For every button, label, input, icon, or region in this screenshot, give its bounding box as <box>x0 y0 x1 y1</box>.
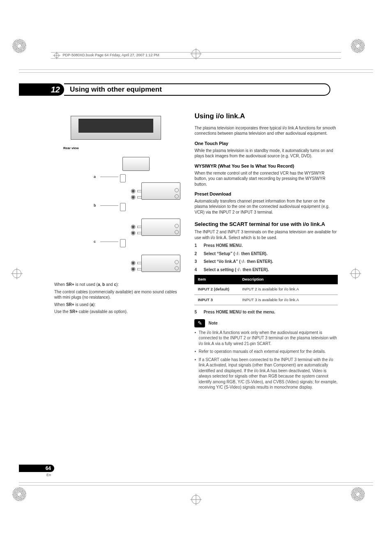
procedure-step: 3Select “i/o link.A” (↑/↓ then ENTER). <box>194 259 338 265</box>
figure-leader-c <box>100 242 118 242</box>
procedure-step: 2Select “Setup” (↑/↓ then ENTER). <box>194 251 338 257</box>
subsection-body: While the plasma television is in standb… <box>194 148 338 159</box>
figure-label-c: c <box>94 239 96 244</box>
procedure-steps: 1Press HOME MENU. 2Select “Setup” (↑/↓ t… <box>194 243 338 272</box>
chapter-title: Using with other equipment <box>70 85 162 94</box>
table-row: INPUT 2 (default) INPUT 2 is available f… <box>194 284 338 295</box>
table-head-desc: Description <box>239 275 338 284</box>
reg-mark-bottom-right <box>351 487 380 516</box>
subsection-select-scart: Selecting the SCART terminal for use wit… <box>194 221 338 228</box>
crop-rule <box>19 69 373 70</box>
figure-plasma-tv <box>71 116 161 140</box>
chapter-number-badge: 12 <box>19 83 64 96</box>
figure-label-a: a <box>94 174 96 179</box>
subsection-one-touch-play: One Touch Play <box>194 140 338 147</box>
chapter-number: 12 <box>51 85 60 94</box>
crop-rule <box>19 482 373 483</box>
chapter-header: 12 Using with other equipment <box>19 83 330 96</box>
connection-figure: Rear view a ◉▭▭➔ ◉▭▭➔ b ◉▭▭➔ ◉▭▭➔ c ◉▭▭➔… <box>62 112 184 276</box>
crop-rule <box>19 72 373 73</box>
section-intro: The plasma television incorporates three… <box>194 125 338 136</box>
note-item: The i/o link.A functions work only when … <box>194 330 338 347</box>
reg-mark-mid-left <box>12 269 41 298</box>
table-cell-item: INPUT 3 <box>194 295 239 305</box>
document-meta-line: PDP-5080XD.book Page 64 Friday, April 27… <box>51 52 341 59</box>
table-cell-desc: INPUT 2 is available for i/o link.A <box>239 284 338 295</box>
figure-leader-a <box>100 177 118 177</box>
note-label: Note <box>208 320 217 326</box>
note-block: ✎ Note The i/o link.A functions work onl… <box>194 319 338 390</box>
figure-jack-b <box>120 203 126 211</box>
figure-control-box <box>122 157 150 171</box>
page-number: 64 <box>46 465 51 471</box>
page-number-block: 64 En <box>19 465 54 477</box>
caption-line: When SR+ is used (a): <box>54 302 184 308</box>
table-row: INPUT 3 INPUT 3 is available for i/o lin… <box>194 295 338 305</box>
subsection-preset-download: Preset Download <box>194 191 338 197</box>
reg-mark-bottom-left <box>12 487 41 516</box>
table-cell-item: INPUT 2 (default) <box>194 284 239 295</box>
reg-mark-mid-right <box>351 269 380 298</box>
document-meta-text: PDP-5080XD.book Page 64 Friday, April 27… <box>63 53 159 57</box>
reg-mark-top-right <box>351 39 380 68</box>
procedure-step: 4Select a setting (↑/↓ then ENTER). <box>194 267 338 273</box>
section-title: Using i/o link.A <box>194 112 338 121</box>
subsection-wysiwyr: WYSIWYR (What You See Is What You Record… <box>194 163 338 169</box>
figure-jack-a <box>120 174 126 182</box>
caption-line: Use the SR+ cable (available as option). <box>54 309 184 315</box>
note-icon: ✎ <box>194 319 205 327</box>
figure-rear-view-label: Rear view <box>63 146 78 151</box>
subsection-body: When the remote control unit of the conn… <box>194 170 338 187</box>
subsection-body: Automatically transfers channel preset i… <box>194 198 338 215</box>
note-item: If a SCART cable has been connected to t… <box>194 357 338 390</box>
reg-mark-top-left <box>12 39 41 68</box>
figure-leader-b <box>100 205 118 206</box>
reg-mark-mid-bottom <box>191 495 201 506</box>
chapter-title-wrap: Using with other equipment <box>64 83 330 96</box>
figure-label-b: b <box>94 203 96 208</box>
settings-table: Item Description INPUT 2 (default) INPUT… <box>194 275 338 305</box>
procedure-step: 5Press HOME MENU to exit the menu. <box>194 309 338 315</box>
procedure-step: 1Press HOME MENU. <box>194 243 338 249</box>
table-head-item: Item <box>194 275 239 284</box>
note-item: Refer to operation manuals of each exter… <box>194 349 338 355</box>
figure-caption-block: When SR+ is not used (a, b and c): The c… <box>54 282 184 315</box>
subsection-body: The INPUT 2 and INPUT 3 terminals on the… <box>194 229 338 240</box>
crop-rule <box>19 485 373 486</box>
table-cell-desc: INPUT 3 is available for i/o link.A <box>239 295 338 305</box>
page-language: En <box>19 473 54 477</box>
figure-jack-c <box>120 239 126 247</box>
caption-line: When SR+ is not used (a, b and c): <box>54 282 184 288</box>
caption-line: The control cables (commercially availab… <box>54 289 184 300</box>
